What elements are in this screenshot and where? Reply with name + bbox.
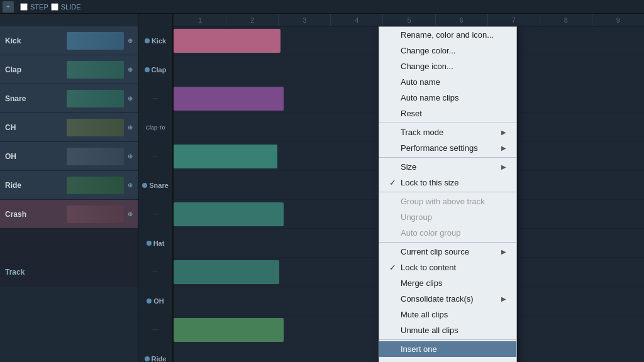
track-icon-oh[interactable]: ⊕ — [128, 153, 133, 160]
perf-arrow: ▶ — [501, 145, 506, 151]
mid-row-oh: OH — [138, 287, 172, 315]
track-label-oh: OH — [5, 152, 63, 161]
menu-label-merge-clips: Merge clips — [401, 278, 442, 288]
menu-item-group-above: Group with above track — [379, 194, 516, 209]
mid-row-clapto: Clap-To — [138, 113, 172, 142]
track-wave-snare — [67, 90, 125, 107]
menu-sep-5 — [379, 339, 516, 340]
mid-row-clap: Clap — [138, 55, 172, 84]
track-list: Kick ⊕ Clap ⊕ Snare ⊕ CH ⊕ OH ⊕ Ride ⊕ — [0, 14, 138, 362]
mid-row-dots4: ··· — [138, 258, 172, 287]
track-item-snare[interactable]: Snare ⊕ — [0, 84, 138, 113]
menu-item-mute-all[interactable]: Mute all clips — [379, 307, 516, 322]
mid-row-dots3: ··· — [138, 200, 172, 229]
lock-content-check: ✓ — [389, 263, 398, 272]
menu-item-change-icon[interactable]: Change icon... — [379, 58, 516, 74]
menu-item-lock-to-size[interactable]: ✓Lock to this size — [379, 175, 516, 190]
track-icon-clap[interactable]: ⊕ — [128, 66, 133, 73]
track-wave-kick — [67, 32, 125, 50]
menu-item-consolidate[interactable]: Consolidate track(s) ▶ — [379, 291, 516, 307]
menu-item-insert-one[interactable]: Insert one — [379, 341, 516, 357]
track-wave-ride — [67, 177, 125, 194]
menu-label-auto-color-group: Auto color group — [401, 228, 460, 238]
menu-label-auto-name: Auto name — [401, 77, 440, 87]
menu-label-size: Size — [401, 162, 416, 172]
menu-item-track-mode[interactable]: Track mode ▶ — [379, 124, 516, 140]
menu-label-reset: Reset — [401, 109, 422, 118]
mid-row-dots5: ··· — [138, 315, 172, 344]
menu-label-insert-one: Insert one — [401, 344, 437, 354]
track-icon-ride[interactable]: ⊕ — [128, 182, 133, 189]
menu-item-reset[interactable]: Reset — [379, 106, 516, 121]
track-item-clap[interactable]: Clap ⊕ — [0, 55, 138, 84]
menu-label-auto-name-clips: Auto name clips — [401, 93, 459, 102]
track-icon-crash[interactable]: ⊕ — [128, 211, 133, 217]
menu-label-track-mode: Track mode — [401, 128, 443, 137]
track-wave-crash — [67, 206, 125, 223]
menu-label-consolidate: Consolidate track(s) — [401, 294, 474, 304]
menu-item-auto-name[interactable]: Auto name — [379, 74, 516, 90]
menu-label-change-icon: Change icon... — [401, 62, 453, 71]
menu-label-rename: Rename, color and icon... — [401, 30, 494, 40]
slide-checkbox[interactable] — [51, 3, 58, 11]
clip-source-arrow: ▶ — [501, 248, 506, 255]
track-wave-oh — [67, 148, 125, 165]
menu-item-unmute-all[interactable]: Unmute all clips — [379, 322, 516, 338]
track-icon-kick[interactable]: ⊕ — [128, 37, 133, 44]
toolbar: + STEP SLIDE — [0, 0, 644, 14]
menu-item-change-color[interactable]: Change color... — [379, 43, 516, 58]
menu-item-lock-to-content[interactable]: ✓Lock to content — [379, 260, 516, 275]
track-item-ch[interactable]: CH ⊕ — [0, 113, 138, 142]
menu-label-group-above: Group with above track — [401, 197, 485, 206]
step-checkbox[interactable] — [20, 3, 28, 11]
menu-item-ungroup: Ungroup — [379, 209, 516, 225]
menu-item-clone[interactable]: Clone... — [379, 357, 516, 362]
track-mode-arrow: ▶ — [501, 129, 506, 136]
menu-label-ungroup: Ungroup — [401, 212, 432, 222]
mid-column: Kick Clap ··· Clap-To ··· Snare ··· Hat … — [138, 14, 174, 362]
lock-size-check: ✓ — [389, 178, 398, 187]
add-track-icon[interactable]: + — [3, 1, 14, 13]
mid-row-ride: Ride — [138, 344, 172, 362]
track-label-crash: Crash — [5, 210, 63, 219]
track-item-kick[interactable]: Kick ⊕ — [0, 26, 138, 55]
track-label-ch: CH — [5, 123, 63, 132]
menu-item-merge-clips[interactable]: Merge clips — [379, 275, 516, 291]
menu-item-current-clip-source[interactable]: Current clip source ▶ — [379, 244, 516, 260]
step-label: STEP — [30, 3, 48, 11]
track-label-snare: Snare — [5, 94, 63, 103]
menu-item-auto-color-group: Auto color group — [379, 225, 516, 241]
menu-sep-2 — [379, 157, 516, 158]
track-item-oh[interactable]: OH ⊕ — [0, 142, 138, 171]
menu-label-performance-settings: Performance settings — [401, 143, 478, 153]
track-label-kick: Kick — [5, 36, 63, 45]
menu-item-rename[interactable]: Rename, color and icon... — [379, 27, 516, 43]
track-item-crash[interactable]: Crash ⊕ — [0, 200, 138, 229]
context-menu: Rename, color and icon... Change color..… — [379, 26, 517, 362]
step-slide-controls: STEP SLIDE — [20, 3, 81, 11]
menu-sep-4 — [379, 242, 516, 243]
menu-label-lock-to-content: Lock to content — [401, 263, 456, 272]
menu-label-unmute-all: Unmute all clips — [401, 326, 458, 335]
menu-label-mute-all: Mute all clips — [401, 310, 448, 319]
menu-item-size[interactable]: Size ▶ — [379, 159, 516, 175]
menu-label-current-clip-source: Current clip source — [401, 247, 469, 256]
mid-row-hat: Hat — [138, 229, 172, 258]
slide-label: SLIDE — [61, 3, 81, 11]
sequencer: 1 2 3 4 5 6 7 8 9 — [174, 14, 644, 362]
menu-sep-3 — [379, 192, 516, 192]
menu-sep-1 — [379, 123, 516, 123]
track-label-clap: Clap — [5, 65, 63, 74]
mid-row-snare: Snare — [138, 171, 172, 200]
mid-row-kick: Kick — [138, 26, 172, 55]
track-icon-snare[interactable]: ⊕ — [128, 95, 133, 102]
track-icon-ch[interactable]: ⊕ — [128, 124, 133, 131]
track-wave-clap — [67, 61, 125, 79]
menu-item-auto-name-clips[interactable]: Auto name clips — [379, 90, 516, 106]
track-item-ride[interactable]: Ride ⊕ — [0, 171, 138, 200]
menu-item-performance-settings[interactable]: Performance settings ▶ — [379, 140, 516, 156]
menu-label-lock-to-size: Lock to this size — [401, 178, 459, 187]
consolidate-arrow: ▶ — [501, 295, 506, 302]
context-menu-overlay: Rename, color and icon... Change color..… — [174, 14, 644, 362]
mid-row-dots2: ··· — [138, 142, 172, 171]
